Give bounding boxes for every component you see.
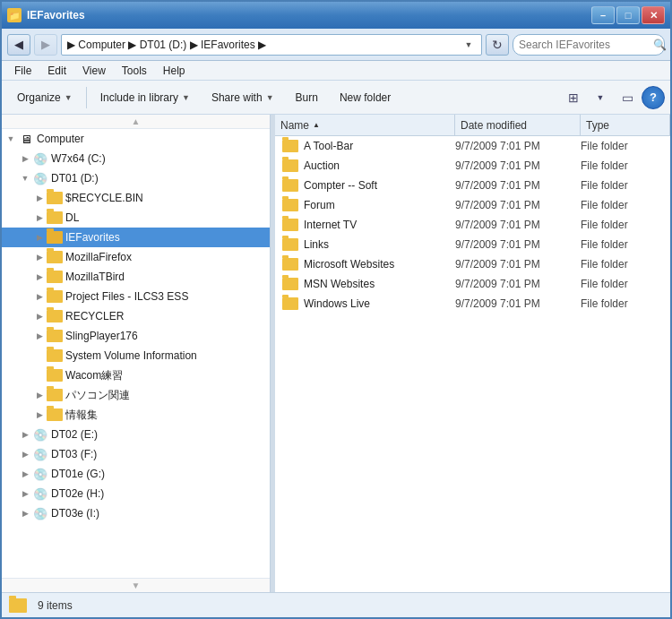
tree-scroll-up[interactable]: ▲	[2, 115, 270, 129]
tree-expander-w7x64: ▶	[18, 151, 32, 166]
tree-item-w7x64[interactable]: ▶ 💿 W7x64 (C:)	[2, 149, 270, 168]
include-library-button[interactable]: Include in library ▼	[90, 84, 200, 111]
tree-expander-dt03e: ▶	[18, 506, 32, 520]
tree-scroll-down[interactable]: ▼	[2, 578, 270, 592]
title-bar-title: IEFavorites	[27, 9, 591, 21]
tree-item-mozillafirefox[interactable]: ▶ MozillaFirefox	[2, 247, 270, 267]
tree-label-dt03e: DT03e (I:)	[51, 507, 99, 520]
tree-item-computer[interactable]: ▼ 🖥 Computer	[2, 129, 270, 149]
tree-expander-systemvolume	[32, 348, 47, 363]
drive-icon-c: 💿	[32, 152, 48, 165]
menu-file[interactable]: File	[7, 63, 39, 79]
file-date: 9/7/2009 7:01 PM	[455, 219, 581, 231]
tree-item-mozillatbird[interactable]: ▶ MozillaTBird	[2, 267, 270, 287]
minimize-button[interactable]: –	[591, 6, 615, 24]
tree-item-wacom[interactable]: Wacom練習	[2, 365, 270, 385]
back-button[interactable]: ◀	[7, 34, 30, 56]
file-type: File folder	[581, 140, 670, 152]
table-row[interactable]: Compter -- Soft 9/7/2009 7:01 PM File fo…	[275, 176, 670, 195]
refresh-button[interactable]: ↻	[486, 34, 509, 56]
tree-item-iefavorites[interactable]: ▶ IEFavorites	[2, 228, 270, 247]
title-bar-icon: 📁	[7, 8, 22, 22]
burn-button[interactable]: Burn	[286, 84, 328, 111]
file-type: File folder	[581, 159, 670, 172]
tree-item-recycler[interactable]: ▶ RECYCLER	[2, 306, 270, 326]
folder-icon-mozillatbird	[47, 271, 63, 283]
table-row[interactable]: Microsoft Websites 9/7/2009 7:01 PM File…	[275, 254, 670, 274]
file-folder-icon	[280, 138, 300, 154]
tree-label-projectfiles: Project Files - ILCS3 ESS	[65, 290, 188, 303]
column-header-name[interactable]: Name ▲	[275, 115, 455, 135]
table-row[interactable]: Forum 9/7/2009 7:01 PM File folder	[275, 195, 670, 215]
file-name: Internet TV	[300, 219, 455, 231]
file-date: 9/7/2009 7:01 PM	[455, 278, 581, 290]
title-bar: 📁 IEFavorites – □ ✕	[2, 2, 670, 29]
share-with-button[interactable]: Share with ▼	[202, 84, 284, 111]
tree-label-recycler: RECYCLER	[65, 310, 124, 322]
file-folder-icon	[280, 296, 300, 312]
address-dropdown-icon[interactable]: ▼	[461, 38, 476, 52]
file-date: 9/7/2009 7:01 PM	[455, 159, 581, 172]
file-date: 9/7/2009 7:01 PM	[455, 199, 581, 211]
file-name: Links	[300, 238, 455, 251]
help-button[interactable]: ?	[642, 86, 665, 109]
table-row[interactable]: A Tool-Bar 9/7/2009 7:01 PM File folder	[275, 136, 670, 156]
tree-label-computer: Computer	[37, 133, 84, 145]
menu-tools[interactable]: Tools	[115, 63, 154, 79]
file-folder-icon	[280, 197, 300, 213]
tree-item-pc-kanren[interactable]: ▶ パソコン関連	[2, 385, 270, 405]
tree-expander-slingplayer: ▶	[32, 329, 47, 343]
tree-item-dt03e[interactable]: ▶ 💿 DT03e (I:)	[2, 503, 270, 523]
address-path[interactable]: ▶ Computer ▶ DT01 (D:) ▶ IEFavorites ▶ ▼	[61, 34, 482, 56]
tree-item-jyohoshu[interactable]: ▶ 情報集	[2, 405, 270, 425]
new-folder-label: New folder	[340, 91, 391, 104]
file-folder-icon	[280, 236, 300, 253]
tree-item-systemvolume[interactable]: System Volume Information	[2, 346, 270, 365]
menu-edit[interactable]: Edit	[40, 63, 73, 79]
close-button[interactable]: ✕	[642, 6, 665, 24]
tree-item-dt02e[interactable]: ▶ 💿 DT02e (H:)	[2, 484, 270, 503]
file-folder-icon	[280, 158, 300, 174]
file-name: MSN Websites	[300, 278, 455, 290]
view-dropdown-button[interactable]: ▼	[588, 86, 613, 109]
maximize-button[interactable]: □	[616, 6, 640, 24]
tree-expander-dl: ▶	[32, 211, 47, 225]
file-list[interactable]: A Tool-Bar 9/7/2009 7:01 PM File folder …	[275, 136, 670, 592]
tree-item-dt01e[interactable]: ▶ 💿 DT01e (G:)	[2, 464, 270, 484]
tree-item-dt02[interactable]: ▶ 💿 DT02 (E:)	[2, 425, 270, 444]
tree-item-dl[interactable]: ▶ DL	[2, 208, 270, 228]
organize-button[interactable]: Organize ▼	[7, 84, 82, 111]
tree-expander-computer: ▼	[4, 132, 18, 146]
tree-scroll-area[interactable]: ▼ 🖥 Computer ▶ 💿 W7x64 (C:) ▼ 💿 DT01 (D:…	[2, 129, 270, 578]
tree-item-projectfiles[interactable]: ▶ Project Files - ILCS3 ESS	[2, 287, 270, 306]
new-folder-button[interactable]: New folder	[330, 84, 401, 111]
table-row[interactable]: Auction 9/7/2009 7:01 PM File folder	[275, 156, 670, 176]
table-row[interactable]: Internet TV 9/7/2009 7:01 PM File folder	[275, 215, 670, 235]
tree-item-recycle-bin[interactable]: ▶ $RECYCLE.BIN	[2, 188, 270, 208]
table-row[interactable]: Links 9/7/2009 7:01 PM File folder	[275, 235, 670, 254]
right-panel: Name ▲ Date modified Type A Tool-Bar 9/7…	[275, 115, 670, 592]
forward-button[interactable]: ▶	[34, 34, 57, 56]
search-input[interactable]	[519, 39, 653, 51]
organize-caret-icon: ▼	[65, 93, 73, 102]
tree-item-dt01[interactable]: ▼ 💿 DT01 (D:)	[2, 168, 270, 188]
drive-icon-i: 💿	[32, 507, 48, 520]
tree-expander-dt01e: ▶	[18, 467, 32, 481]
table-row[interactable]: MSN Websites 9/7/2009 7:01 PM File folde…	[275, 274, 670, 294]
file-name: Windows Live	[300, 297, 455, 310]
table-row[interactable]: Windows Live 9/7/2009 7:01 PM File folde…	[275, 294, 670, 314]
menu-help[interactable]: Help	[156, 63, 193, 79]
menu-view[interactable]: View	[75, 63, 113, 79]
tree-item-dt03[interactable]: ▶ 💿 DT03 (F:)	[2, 444, 270, 464]
view-toggle-button[interactable]: ⊞	[561, 86, 586, 109]
include-library-caret-icon: ▼	[182, 93, 190, 102]
tree-expander-mozillatbird: ▶	[32, 270, 47, 284]
share-with-label: Share with	[211, 91, 263, 104]
file-type: File folder	[581, 199, 670, 211]
tree-label-systemvolume: System Volume Information	[65, 349, 197, 362]
preview-pane-button[interactable]: ▭	[615, 86, 640, 109]
tree-label-slingplayer: SlingPlayer176	[65, 330, 138, 342]
column-header-type[interactable]: Type	[581, 115, 670, 135]
column-header-date[interactable]: Date modified	[455, 115, 581, 135]
tree-item-slingplayer[interactable]: ▶ SlingPlayer176	[2, 326, 270, 346]
